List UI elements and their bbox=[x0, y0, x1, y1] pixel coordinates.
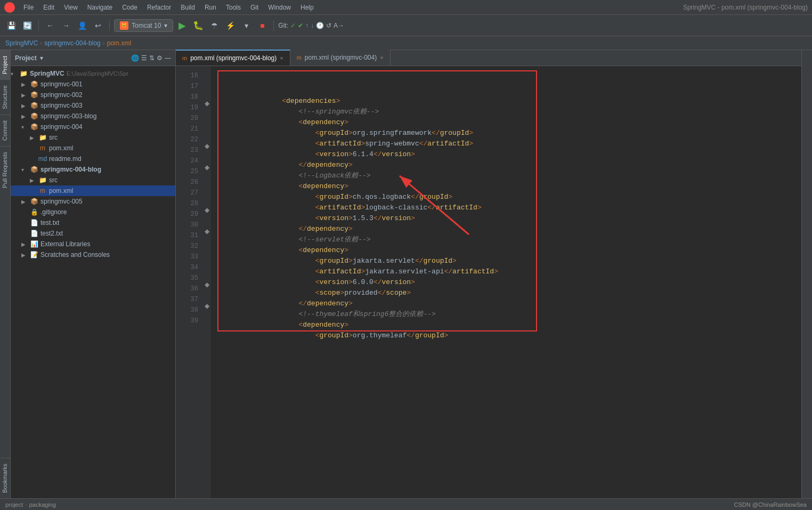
tree-m004-src[interactable]: ▶ 📁 src bbox=[11, 132, 175, 143]
tab1-close[interactable]: × bbox=[280, 55, 283, 61]
code-editor[interactable]: 16 17 18 19 20 21 22 23 24 25 26 27 28 2… bbox=[176, 66, 801, 498]
m003b-arrow: ▶ bbox=[21, 114, 30, 119]
undo-button[interactable]: ↩ bbox=[91, 19, 105, 33]
side-tab-commit[interactable]: Commit bbox=[0, 115, 10, 146]
panel-settings-btn[interactable]: ⚙ bbox=[157, 54, 163, 62]
line-num-23: 23 bbox=[176, 145, 202, 156]
line-num-18: 18 bbox=[176, 92, 202, 102]
m004-label: springmvc-004 bbox=[40, 123, 83, 131]
git-update-btn[interactable]: ↓ bbox=[311, 22, 314, 29]
run-button[interactable]: ▶ bbox=[175, 19, 189, 33]
menu-build[interactable]: Build bbox=[176, 2, 199, 13]
tree-m004b-src[interactable]: ▶ 📁 src bbox=[11, 175, 175, 185]
git-history-btn[interactable]: 🕐 bbox=[316, 22, 324, 29]
right-side-tabs bbox=[801, 50, 812, 498]
tab2-close[interactable]: × bbox=[380, 54, 383, 61]
git-push-btn[interactable]: ↑ bbox=[305, 22, 308, 29]
tree-springmvc-003-blog[interactable]: ▶ 📦 springmvc-003-blog bbox=[11, 111, 175, 122]
toolbar: 💾 🔄 ← → 👤 ↩ 🐱 Tomcat 10 ▾ ▶ 🐛 ☂ ⚡ ▾ ■ Gi… bbox=[0, 15, 812, 36]
status-breadcrumb: project › packaging bbox=[5, 501, 56, 508]
window-title: SpringMVC - pom.xml (springmvc-004-blog) bbox=[683, 4, 808, 11]
tree-external-libs[interactable]: ▶ 📊 External Libraries bbox=[11, 239, 175, 249]
editor-tab-inactive[interactable]: m pom.xml (springmvc-004) × bbox=[290, 50, 391, 66]
tree-test-txt[interactable]: 📄 test.txt bbox=[11, 217, 175, 228]
menu-window[interactable]: Window bbox=[264, 2, 295, 13]
breadcrumb: SpringMVC › springmvc-004-blog › pom.xml bbox=[0, 36, 812, 50]
tree-gitignore[interactable]: 🔒 .gitignore bbox=[11, 207, 175, 217]
editor-tab-active[interactable]: m pom.xml (springmvc-004-blog) × bbox=[176, 50, 290, 66]
side-tab-pull-requests[interactable]: Pull Requests bbox=[0, 146, 10, 193]
menu-edit[interactable]: Edit bbox=[39, 2, 59, 13]
panel-globe-btn[interactable]: 🌐 bbox=[131, 54, 139, 62]
m004-arrow: ▾ bbox=[21, 124, 30, 130]
breadcrumb-file[interactable]: pom.xml bbox=[107, 39, 131, 47]
line-num-37: 37 bbox=[176, 294, 202, 305]
menu-file[interactable]: File bbox=[19, 2, 38, 13]
menu-tools[interactable]: Tools bbox=[222, 2, 245, 13]
coverage-button[interactable]: ☂ bbox=[207, 19, 221, 33]
git-undo-btn[interactable]: ↺ bbox=[326, 22, 331, 29]
root-label: SpringMVC bbox=[30, 70, 64, 77]
line-num-25: 25 bbox=[176, 166, 202, 177]
code-line-16 bbox=[224, 75, 531, 85]
forward-button[interactable]: → bbox=[59, 19, 73, 33]
tree-springmvc-003[interactable]: ▶ 📦 springmvc-003 bbox=[11, 100, 175, 111]
tree-springmvc-005[interactable]: ▶ 📦 springmvc-005 bbox=[11, 196, 175, 207]
m004-src-icon: 📁 bbox=[38, 133, 47, 142]
menu-navigate[interactable]: Navigate bbox=[83, 2, 117, 13]
tree-m004-pom[interactable]: m pom.xml bbox=[11, 143, 175, 153]
svg-line-1 bbox=[400, 176, 469, 234]
editor-gutter: ◆ ◆ ◆ ◆ ◆ ◆ ◆ bbox=[202, 66, 211, 498]
toolbar-separator3 bbox=[273, 20, 274, 31]
tree-root[interactable]: ▾ 📁 SpringMVC E:\Java\SpringMVC\Spr bbox=[11, 68, 175, 79]
tree-springmvc-002[interactable]: ▶ 📦 springmvc-002 bbox=[11, 90, 175, 100]
panel-collapse-btn[interactable]: ☰ bbox=[141, 54, 147, 62]
dropdown-button[interactable]: ▾ bbox=[239, 19, 253, 33]
menu-refactor[interactable]: Refactor bbox=[143, 2, 175, 13]
line-num-39: 39 bbox=[176, 315, 202, 326]
save-button[interactable]: 💾 bbox=[4, 19, 18, 33]
side-tab-project[interactable]: Project bbox=[0, 50, 10, 79]
tree-springmvc-004-blog[interactable]: ▾ 📦 springmvc-004-blog bbox=[11, 164, 175, 175]
line-num-22: 22 bbox=[176, 134, 202, 145]
line-num-33: 33 bbox=[176, 252, 202, 262]
m003b-label: springmvc-003-blog bbox=[40, 112, 96, 120]
tree-test2-txt[interactable]: 📄 test2.txt bbox=[11, 228, 175, 239]
breadcrumb-module[interactable]: springmvc-004-blog bbox=[44, 39, 100, 47]
tab2-icon: m bbox=[297, 54, 302, 61]
line-num-32: 32 bbox=[176, 241, 202, 252]
user-button[interactable]: 👤 bbox=[75, 19, 89, 33]
m004-readme-label: readme.md bbox=[49, 155, 82, 163]
tree-springmvc-004[interactable]: ▾ 📦 springmvc-004 bbox=[11, 122, 175, 132]
git-commit-btn[interactable]: ✔ bbox=[298, 22, 303, 29]
tree-m004b-pom[interactable]: m pom.xml bbox=[11, 185, 175, 196]
tomcat-run-config[interactable]: 🐱 Tomcat 10 ▾ bbox=[114, 19, 173, 32]
breadcrumb-springmvc[interactable]: SpringMVC bbox=[5, 39, 38, 47]
menu-help[interactable]: Help bbox=[296, 2, 318, 13]
panel-close-btn[interactable]: — bbox=[165, 54, 171, 62]
back-button[interactable]: ← bbox=[43, 19, 57, 33]
panel-dropdown-icon[interactable]: ▾ bbox=[40, 54, 43, 62]
tree-scratches[interactable]: ▶ 📝 Scratches and Consoles bbox=[11, 249, 175, 260]
menu-run[interactable]: Run bbox=[200, 2, 221, 13]
side-tab-structure[interactable]: Structure bbox=[0, 79, 10, 115]
code-content[interactable]: <dependencies> <!--springmvc依赖--> <depen… bbox=[211, 66, 801, 498]
panel-header-buttons: 🌐 ☰ ⇅ ⚙ — bbox=[131, 54, 171, 62]
tree-springmvc-001[interactable]: ▶ 📦 springmvc-001 bbox=[11, 79, 175, 90]
panel-sort-btn[interactable]: ⇅ bbox=[149, 54, 155, 62]
status-packaging: packaging bbox=[29, 501, 56, 508]
git-check-btn[interactable]: ✓ bbox=[290, 22, 296, 29]
menu-code[interactable]: Code bbox=[118, 2, 142, 13]
menu-view[interactable]: View bbox=[60, 2, 82, 13]
menu-git[interactable]: Git bbox=[246, 2, 263, 13]
side-tab-bookmarks[interactable]: Bookmarks bbox=[0, 458, 10, 498]
line-num-31: 31 bbox=[176, 230, 202, 241]
tree-m004-readme[interactable]: md readme.md bbox=[11, 153, 175, 164]
menu-bar: File Edit View Navigate Code Refactor Bu… bbox=[0, 0, 812, 15]
debug-button[interactable]: 🐛 bbox=[191, 19, 205, 33]
profile-button[interactable]: ⚡ bbox=[223, 19, 237, 33]
sync-button[interactable]: 🔄 bbox=[20, 19, 34, 33]
git-translate-btn[interactable]: A→ bbox=[334, 22, 344, 29]
stop-button[interactable]: ■ bbox=[255, 19, 269, 33]
line-num-29: 29 bbox=[176, 209, 202, 220]
